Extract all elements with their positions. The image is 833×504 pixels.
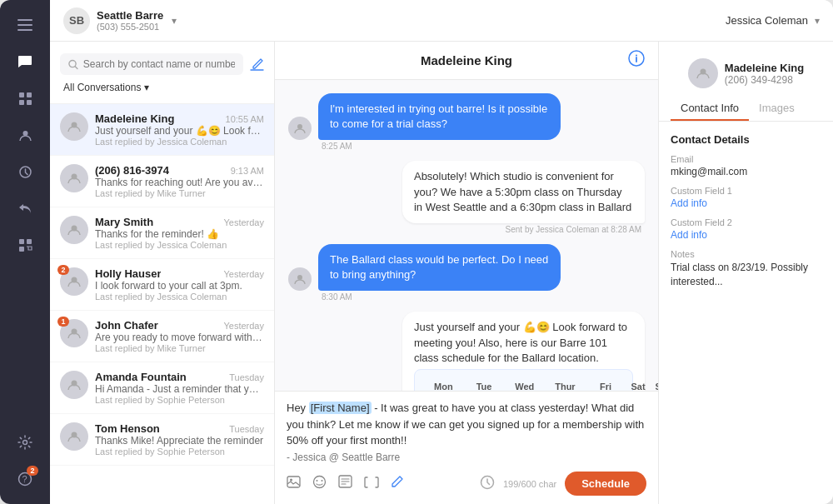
conv-info: Holly Hauser Yesterday I look forward to… — [95, 267, 264, 302]
svg-rect-11 — [19, 247, 24, 252]
user-info[interactable]: Jessica Coleman ▾ — [726, 14, 820, 27]
svg-rect-9 — [19, 239, 24, 244]
search-box — [60, 53, 243, 75]
bracket-tool-icon[interactable] — [364, 476, 379, 492]
filter-row[interactable]: All Conversations ▾ — [60, 75, 264, 97]
conv-preview: I look forward to your call at 3pm. — [95, 280, 264, 292]
grid-icon[interactable] — [8, 82, 42, 115]
conv-replied: Last replied by Sophie Peterson — [95, 447, 264, 457]
msg-bubble-2: Absolutely! Which studio is convenient f… — [402, 161, 645, 223]
template-tool-icon[interactable] — [338, 475, 352, 492]
chat-area: Madeleine King — [275, 42, 658, 504]
tab-images[interactable]: Images — [749, 95, 805, 121]
contact-phone: (206) 349-4298 — [725, 74, 804, 86]
list-item[interactable]: Tom Henson Tuesday Thanks Mike! Apprecia… — [50, 414, 274, 466]
conv-preview: Are you ready to move forward with your.… — [95, 332, 264, 343]
conv-replied: Last replied by Sophie Peterson — [95, 395, 264, 405]
conv-time: Yesterday — [223, 217, 264, 227]
list-item[interactable]: Amanda Fountain Tuesday Hi Amanda - Just… — [50, 362, 274, 414]
list-item[interactable]: 2 Holly Hauser Yesterday I look forward … — [50, 259, 274, 311]
svg-rect-5 — [19, 100, 24, 105]
emoji-tool-icon[interactable] — [312, 475, 327, 493]
conv-header: All Conversations ▾ — [50, 42, 274, 104]
conv-name: Madeleine King — [95, 112, 174, 125]
avatar — [60, 422, 88, 451]
hamburger-icon[interactable] — [8, 8, 42, 42]
svg-point-7 — [22, 131, 27, 136]
list-item[interactable]: (206) 816-3974 9:13 AM Thanks for reachi… — [50, 156, 274, 207]
info-icon[interactable] — [628, 50, 645, 71]
user-chevron-icon: ▾ — [815, 15, 820, 27]
search-input[interactable] — [83, 58, 235, 70]
msg-row-incoming-1: I'm interested in trying out barre! Is i… — [288, 93, 645, 140]
clock-icon[interactable] — [8, 155, 42, 188]
avatar — [60, 371, 88, 399]
msg-bubble-4: Just yourself and your 💪😊 Look forward t… — [402, 312, 645, 391]
svg-point-26 — [297, 275, 302, 280]
user-name: Jessica Coleman — [726, 14, 808, 27]
schedule-table: MonTueWedThurFriSatSun5:30am5:30am5:30am… — [414, 369, 633, 391]
chat-icon[interactable] — [8, 45, 42, 78]
svg-rect-2 — [17, 29, 32, 31]
edit-tool-icon[interactable] — [391, 475, 404, 492]
top-nav: SB Seattle Barre (503) 555-2501 ▾ Jessic… — [50, 0, 833, 42]
conv-name: Amanda Fountain — [95, 371, 187, 383]
clock-input-icon[interactable] — [480, 475, 495, 492]
search-icon — [68, 59, 78, 70]
biz-chevron-icon: ▾ — [172, 15, 177, 27]
compose-icon[interactable] — [250, 57, 264, 72]
conv-preview: Thanks Mike! Appreciate the reminder — [95, 435, 264, 447]
contact-avatar — [688, 58, 718, 88]
conv-list: Madeleine King 10:55 AM Just yourself an… — [50, 104, 274, 504]
msg-meta-2: Sent by Jessica Coleman at 8:28 AM — [502, 225, 645, 234]
conv-info: John Chafer Yesterday Are you ready to m… — [95, 319, 264, 353]
sidebar-bottom: ? 2 — [8, 426, 42, 496]
image-tool-icon[interactable] — [287, 476, 301, 492]
reply-icon[interactable] — [8, 192, 42, 225]
right-content: Contact Details Email mking@mail.com Cus… — [659, 122, 833, 504]
svg-rect-27 — [287, 477, 300, 487]
biz-details: Seattle Barre (503) 555-2501 — [97, 9, 163, 32]
contact-name: Madeleine King — [725, 62, 804, 74]
conv-preview: Hi Amanda - Just a reminder that you're … — [95, 383, 264, 395]
section-title: Contact Details — [671, 133, 821, 146]
msg-avatar-3 — [288, 267, 312, 291]
avatar — [60, 216, 88, 244]
chat-title: Madeleine King — [421, 53, 512, 67]
settings-icon[interactable] — [8, 426, 42, 459]
conv-replied: Last replied by Jessica Coleman — [95, 137, 264, 147]
help-badge-wrap: ? 2 — [8, 462, 42, 496]
list-item[interactable]: Madeleine King 10:55 AM Just yourself an… — [50, 104, 274, 156]
conv-info: Amanda Fountain Tuesday Hi Amanda - Just… — [95, 371, 264, 405]
svg-point-24 — [636, 55, 637, 57]
notes-value: Trial class on 8/23/19. Possibly interes… — [671, 261, 821, 289]
right-tabs: Contact Info Images — [659, 95, 833, 122]
conv-info: Madeleine King 10:55 AM Just yourself an… — [95, 112, 264, 147]
biz-info[interactable]: SB Seattle Barre (503) 555-2501 ▾ — [63, 7, 177, 34]
list-item[interactable]: Mary Smith Yesterday Thanks for the remi… — [50, 207, 274, 259]
input-text[interactable]: Hey [First Name] - It was great to have … — [287, 400, 646, 465]
avatar — [60, 112, 88, 141]
conv-info: Tom Henson Tuesday Thanks Mike! Apprecia… — [95, 422, 264, 457]
msg-avatar-1 — [288, 117, 312, 140]
svg-rect-4 — [27, 92, 32, 97]
contacts-icon[interactable] — [8, 118, 42, 152]
conv-name: Mary Smith — [95, 216, 153, 228]
tab-contact-info[interactable]: Contact Info — [671, 95, 749, 121]
custom-field-1-add[interactable]: Add info — [671, 197, 821, 209]
list-item[interactable]: 1 John Chafer Yesterday Are you ready to… — [50, 311, 274, 362]
conv-info: Mary Smith Yesterday Thanks for the remi… — [95, 216, 264, 250]
custom-field-2-add[interactable]: Add info — [671, 229, 821, 241]
template-var: [First Name] — [309, 402, 372, 414]
conv-replied: Last replied by Jessica Coleman — [95, 240, 264, 250]
conv-preview: Thanks for reaching out! Are you availab… — [95, 177, 264, 188]
conv-name: Holly Hauser — [95, 267, 161, 280]
schedule-button[interactable]: Schedule — [565, 472, 646, 496]
phone-icon[interactable] — [8, 228, 42, 262]
conv-time: Yesterday — [223, 269, 264, 279]
svg-text:?: ? — [22, 474, 27, 484]
chat-header: Madeleine King — [275, 42, 658, 80]
filter-label: All Conversations — [63, 82, 141, 93]
conv-preview: Thanks for the reminder! 👍 — [95, 228, 264, 240]
input-footer: 199/600 char Schedule — [287, 472, 646, 496]
